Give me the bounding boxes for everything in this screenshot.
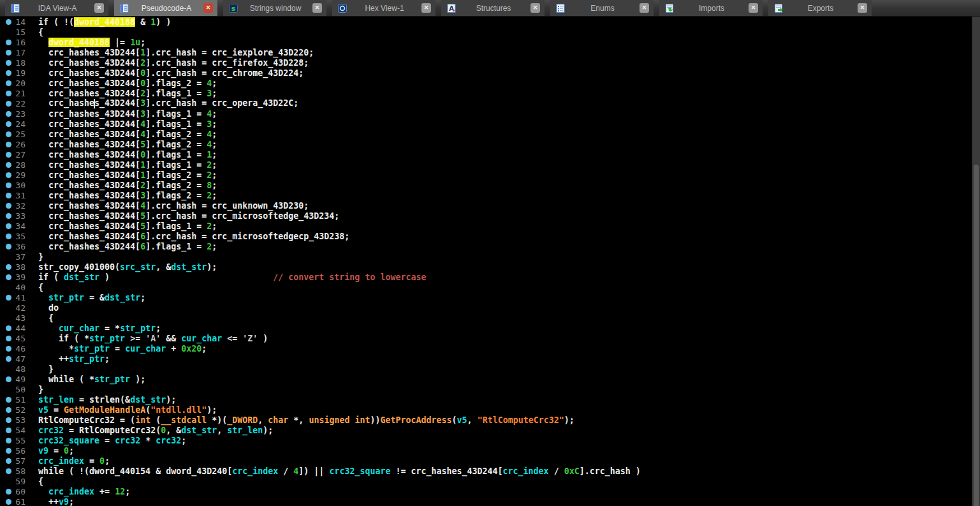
line-gutter: 59 (0, 476, 28, 486)
code-text[interactable]: crc_hashes_43D244[1].flags_1 = 2; (28, 160, 217, 170)
address-dot-icon (6, 407, 11, 413)
line-gutter: 53 (0, 415, 28, 425)
code-text[interactable]: crc32_square = crc32 * crc32; (28, 436, 186, 445)
code-text[interactable]: crc_hashes_43D244[2].flags_1 = 3; (28, 89, 217, 98)
line-gutter: 49 (0, 374, 28, 384)
code-text[interactable]: crc_hashes_43D244[5].flags_2 = 4; (28, 140, 217, 149)
code-text[interactable]: str_len = strlen(&dst_str); (28, 395, 176, 405)
line-gutter: 58 (0, 466, 28, 476)
address-dot-icon (6, 346, 11, 352)
tab-close-button[interactable]: ✕ (530, 3, 540, 13)
code-text[interactable]: crc_hashes_43D244[1].flags_2 = 2; (28, 170, 217, 180)
code-text[interactable]: crc_hashes_43D244[2].crc_hash = crc_fire… (28, 58, 309, 68)
code-text[interactable]: } (28, 252, 43, 262)
code-line: 39 if ( dst_str ) // convert string to l… (0, 272, 972, 282)
code-text[interactable]: } (28, 385, 43, 394)
tab-structures[interactable]: AStructures✕ (441, 0, 545, 16)
line-gutter: 48 (0, 364, 28, 374)
line-gutter: 22 (0, 98, 28, 108)
code-text[interactable]: crc32 = RtlComputeCrc32(0, &dst_str, str… (28, 426, 273, 435)
tab-close-button[interactable]: ✕ (421, 3, 431, 13)
line-number: 44 (15, 324, 26, 333)
code-text[interactable]: { (28, 27, 43, 37)
code-text[interactable]: crc_hashes_43D244[3].crc_hash = crc_oper… (28, 98, 298, 108)
address-dot-icon (6, 468, 11, 474)
tab-close-button[interactable]: ✕ (203, 3, 213, 13)
tab-label: IDA View-A (20, 4, 94, 13)
code-text[interactable]: crc_hashes_43D244[1].crc_hash = crc_iexp… (28, 48, 314, 57)
tab-close-button[interactable]: ✕ (749, 3, 758, 13)
code-text[interactable]: { (28, 283, 43, 292)
code-text[interactable]: v5 = GetModuleHandleA("ntdll.dll"); (28, 405, 217, 415)
hex-view-icon (337, 3, 347, 13)
tab-imports[interactable]: Imports✕ (659, 0, 763, 16)
code-text[interactable]: str_ptr = &dst_str; (28, 293, 145, 302)
code-text[interactable]: crc_hashes_43D244[5].flags_1 = 2; (28, 221, 217, 231)
exports-icon (773, 3, 784, 13)
tab-enums[interactable]: Enums✕ (550, 0, 654, 16)
tab-close-button[interactable]: ✕ (640, 3, 649, 13)
code-line: 20 crc_hashes_43D244[0].flags_2 = 4; (0, 78, 972, 88)
line-gutter: 61 (0, 496, 28, 506)
code-text[interactable]: crc_hashes_43D244[0].flags_1 = 1; (28, 150, 217, 160)
code-text[interactable]: while ( *str_ptr ); (28, 375, 145, 384)
line-number: 38 (15, 262, 26, 272)
address-dot-icon (6, 121, 11, 127)
tab-hex-view-1[interactable]: Hex View-1✕ (332, 0, 435, 16)
code-text[interactable]: if ( *str_ptr >= 'A' && cur_char <= 'Z' … (28, 334, 268, 343)
code-text[interactable]: crc_hashes_43D244[2].flags_2 = 8; (28, 181, 217, 190)
code-text[interactable]: crc_index += 12; (28, 487, 130, 496)
highlighted-identifier[interactable]: dword_440188 (48, 38, 110, 47)
code-text[interactable]: *str_ptr = cur_char + 0x20; (28, 344, 207, 353)
tab-pseudocode-a[interactable]: Pseudocode-A✕ (114, 0, 217, 16)
code-line: 24 crc_hashes_43D244[4].flags_1 = 3; (0, 119, 972, 129)
code-text[interactable]: cur_char = *str_ptr; (28, 324, 161, 333)
code-text[interactable]: crc_hashes_43D244[3].flags_2 = 2; (28, 191, 217, 200)
code-text[interactable]: crc_hashes_43D244[4].flags_1 = 3; (28, 119, 217, 129)
code-text[interactable]: crc_hashes_43D244[4].crc_hash = crc_unkn… (28, 201, 309, 211)
code-text[interactable]: str_copy_401000(src_str, &dst_str); (28, 262, 217, 272)
code-text[interactable]: if ( !(dword_440188 & 1) ) (28, 17, 171, 27)
code-text[interactable]: crc_hashes_43D244[6].crc_hash = crc_micr… (28, 232, 349, 241)
highlighted-identifier[interactable]: dword_440188 (74, 17, 135, 27)
tab-close-button[interactable]: ✕ (94, 3, 104, 13)
code-text[interactable]: { (28, 313, 54, 323)
code-text[interactable]: } (28, 364, 54, 374)
tab-close-button[interactable]: ✕ (858, 3, 867, 13)
code-text[interactable]: ++str_ptr; (28, 354, 110, 364)
tab-ida-view-a[interactable]: IDA View-A✕ (5, 0, 108, 16)
code-text[interactable]: crc_index = 0; (28, 456, 110, 466)
code-line: 27 crc_hashes_43D244[0].flags_1 = 1; (0, 149, 972, 160)
code-text[interactable]: do (28, 303, 59, 313)
line-gutter: 55 (0, 435, 28, 445)
address-dot-icon (6, 182, 11, 188)
code-text[interactable]: dword_440188 |= 1u; (28, 38, 145, 47)
vertical-scrollbar[interactable] (972, 17, 980, 506)
code-text[interactable]: crc_hashes_43D244[5].crc_hash = crc_micr… (28, 211, 339, 221)
tab-exports[interactable]: Exports✕ (768, 0, 872, 16)
address-dot-icon (6, 325, 11, 331)
scrollbar-thumb[interactable] (974, 165, 979, 506)
pseudocode-view: 14 if ( !(dword_440188 & 1) )15 {16 dwor… (0, 17, 972, 506)
code-text[interactable]: crc_hashes_43D244[4].flags_2 = 4; (28, 130, 217, 139)
line-gutter: 33 (0, 211, 28, 221)
tab-strings-window[interactable]: sStrings window✕ (223, 0, 326, 16)
code-text[interactable]: while ( !(dword_440154 & dword_43D240[cr… (28, 466, 641, 476)
code-text[interactable]: crc_hashes_43D244[0].crc_hash = crc_chro… (28, 68, 304, 78)
structures-icon: A (446, 3, 457, 13)
address-dot-icon (6, 40, 11, 45)
tab-close-button[interactable]: ✕ (312, 3, 322, 13)
line-gutter: 56 (0, 445, 28, 456)
code-text[interactable]: ++v9; (28, 497, 74, 506)
address-dot-icon (6, 60, 11, 66)
address-dot-icon (6, 244, 11, 249)
code-text[interactable]: { (28, 477, 43, 486)
code-text[interactable]: crc_hashes_43D244[6].flags_1 = 2; (28, 242, 217, 251)
code-line: 21 crc_hashes_43D244[2].flags_1 = 3; (0, 88, 972, 98)
code-line: 59 { (0, 476, 972, 486)
code-text[interactable]: crc_hashes_43D244[0].flags_2 = 4; (28, 78, 217, 88)
code-text[interactable]: v9 = 0; (28, 446, 74, 456)
code-text[interactable]: RtlComputeCrc32 = (int (__stdcall *)(_DW… (28, 415, 574, 425)
code-text[interactable]: crc_hashes_43D244[3].flags_1 = 4; (28, 109, 217, 119)
code-text[interactable]: if ( dst_str ) // convert string to lowe… (28, 272, 426, 282)
